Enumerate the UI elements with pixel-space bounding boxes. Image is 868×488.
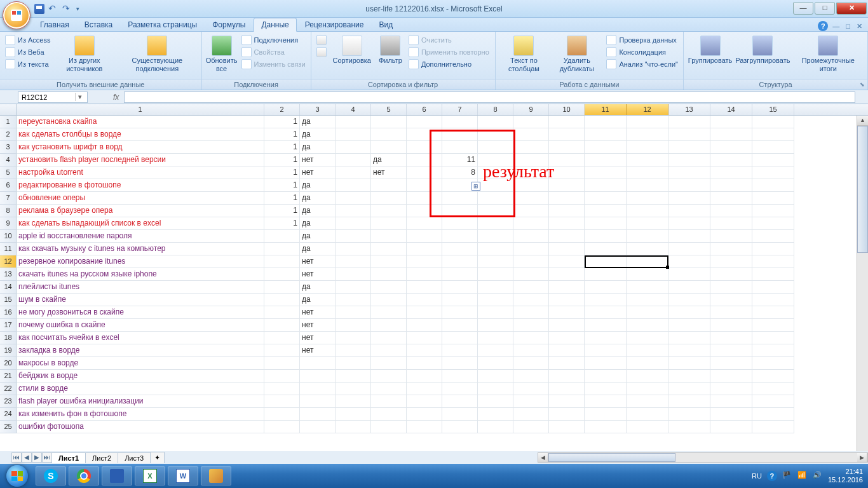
cell[interactable] [710, 395, 752, 408]
cell[interactable] [336, 268, 371, 281]
cell[interactable] [371, 383, 407, 395]
cell[interactable] [549, 306, 585, 319]
cell[interactable]: как сделать выпадающий список в excel [17, 217, 264, 230]
cell[interactable] [752, 294, 794, 306]
cell[interactable] [513, 357, 549, 370]
cell[interactable] [752, 395, 794, 408]
cell[interactable] [513, 116, 549, 128]
cell[interactable] [371, 408, 407, 421]
cell[interactable] [549, 230, 585, 243]
cell[interactable] [513, 306, 549, 319]
minimize-button[interactable] [793, 3, 813, 15]
cell[interactable] [585, 332, 627, 344]
cell[interactable] [668, 205, 710, 217]
cell[interactable] [264, 281, 300, 294]
cell[interactable] [478, 383, 513, 395]
cell[interactable] [336, 357, 371, 370]
cell[interactable] [627, 408, 668, 421]
cell[interactable] [585, 154, 627, 166]
cell[interactable] [442, 408, 478, 421]
cell[interactable] [371, 192, 407, 205]
cell[interactable] [585, 421, 627, 433]
cell[interactable] [407, 217, 442, 230]
sheet-tab-3[interactable]: Лист3 [118, 452, 151, 463]
cell[interactable] [752, 306, 794, 319]
cell[interactable] [407, 255, 442, 268]
cell[interactable]: как установить шрифт в ворд [17, 141, 264, 154]
cell[interactable] [752, 192, 794, 205]
cell[interactable] [549, 141, 585, 154]
cell[interactable] [442, 319, 478, 332]
cell[interactable]: 1 [264, 116, 300, 128]
cell[interactable] [668, 306, 710, 319]
cell[interactable] [442, 383, 478, 395]
cell[interactable] [513, 268, 549, 281]
cell[interactable] [336, 116, 371, 128]
cell[interactable] [710, 205, 752, 217]
cell[interactable] [513, 294, 549, 306]
cell[interactable] [627, 383, 668, 395]
cell[interactable] [668, 243, 710, 255]
tray-flag-icon[interactable]: 🏴 [782, 471, 792, 481]
cell[interactable] [710, 192, 752, 205]
cell[interactable] [752, 154, 794, 166]
cell[interactable] [407, 332, 442, 344]
cell[interactable] [627, 332, 668, 344]
cell[interactable] [264, 408, 300, 421]
cell[interactable]: да [300, 179, 336, 192]
cell[interactable] [478, 243, 513, 255]
cell[interactable] [513, 192, 549, 205]
cell[interactable]: ошибки фотошопа [17, 421, 264, 433]
cell[interactable] [442, 332, 478, 344]
cell[interactable] [513, 332, 549, 344]
doc-restore-icon[interactable]: □ [844, 22, 852, 30]
cell[interactable] [627, 344, 668, 357]
cell[interactable] [407, 294, 442, 306]
cell[interactable]: 8 [442, 166, 478, 179]
cell[interactable]: да [300, 192, 336, 205]
cell[interactable] [478, 357, 513, 370]
cell[interactable]: apple id восстановление пароля [17, 230, 264, 243]
cell[interactable] [371, 357, 407, 370]
cell[interactable] [627, 116, 668, 128]
cell[interactable] [627, 306, 668, 319]
row-header[interactable]: 11 [0, 243, 17, 255]
cell[interactable]: 1 [264, 217, 300, 230]
row-header[interactable]: 5 [0, 166, 17, 179]
cell[interactable] [585, 116, 627, 128]
ungroup-button[interactable]: Разгруппировать [735, 34, 790, 66]
consolidate-button[interactable]: Консолидация [605, 46, 679, 58]
cell[interactable]: настройка utorrent [17, 166, 264, 179]
cell[interactable] [585, 281, 627, 294]
cell[interactable]: 1 [264, 154, 300, 166]
dialog-launcher-icon[interactable]: ⬊ [858, 81, 866, 88]
cell[interactable] [264, 383, 300, 395]
cell[interactable] [407, 205, 442, 217]
cell[interactable] [442, 294, 478, 306]
cell[interactable] [668, 268, 710, 281]
taskbar-word-icon[interactable]: W [168, 466, 198, 485]
doc-close-icon[interactable]: ✕ [855, 22, 864, 30]
cell[interactable] [336, 192, 371, 205]
horizontal-scrollbar[interactable]: ◀ ▶ [538, 452, 868, 463]
cell[interactable] [752, 383, 794, 395]
cell[interactable] [336, 332, 371, 344]
cell[interactable] [585, 205, 627, 217]
cell[interactable] [513, 319, 549, 332]
cell[interactable]: скачать itunes на русском языке iphone [17, 268, 264, 281]
sort-za-button[interactable] [315, 46, 328, 58]
row-header[interactable]: 21 [0, 370, 17, 383]
cell[interactable] [668, 154, 710, 166]
cell[interactable] [710, 166, 752, 179]
cell[interactable] [585, 395, 627, 408]
connections-button[interactable]: Подключения [240, 34, 307, 46]
tab-data[interactable]: Данные [254, 18, 296, 32]
cell[interactable]: плейлисты itunes [17, 281, 264, 294]
maximize-button[interactable] [815, 3, 835, 15]
cell[interactable] [752, 281, 794, 294]
cell[interactable] [442, 357, 478, 370]
cell[interactable] [407, 128, 442, 141]
cell[interactable] [407, 192, 442, 205]
close-button[interactable] [836, 3, 867, 15]
cell[interactable]: да [300, 243, 336, 255]
